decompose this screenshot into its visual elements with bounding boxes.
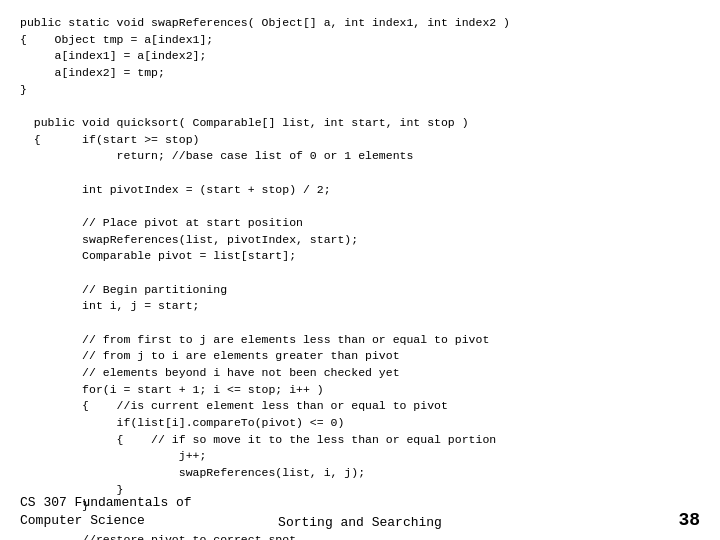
footer-left-line2: Computer Science bbox=[20, 512, 192, 530]
slide-container: public static void swapReferences( Objec… bbox=[0, 0, 720, 540]
slide-number: 38 bbox=[678, 510, 700, 530]
footer: CS 307 Fundamentals of Computer Science … bbox=[0, 494, 720, 530]
footer-center: Sorting and Searching bbox=[278, 515, 442, 530]
footer-left: CS 307 Fundamentals of Computer Science bbox=[20, 494, 192, 530]
code-block: public static void swapReferences( Objec… bbox=[20, 15, 700, 540]
footer-left-line1: CS 307 Fundamentals of bbox=[20, 494, 192, 512]
